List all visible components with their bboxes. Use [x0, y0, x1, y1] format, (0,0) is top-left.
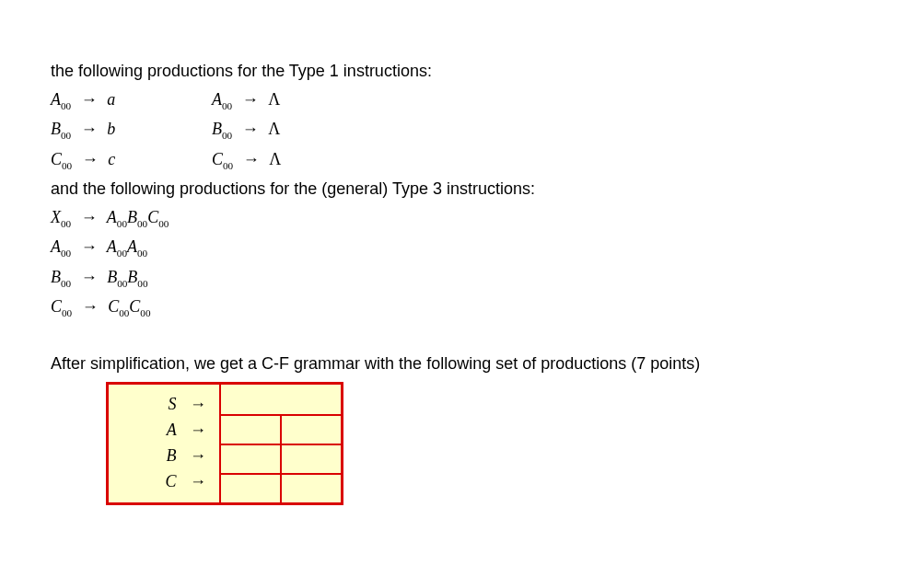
- rhs-p2: B: [127, 268, 137, 286]
- rhs-s3: 00: [158, 218, 169, 229]
- lhs-sub: 00: [61, 100, 71, 111]
- prod2-row-1: X00 → A00B00C00: [51, 205, 919, 231]
- arrow-icon: →: [76, 120, 103, 138]
- answer-A: A: [167, 421, 177, 439]
- arrow-icon: →: [180, 421, 206, 439]
- rhs-s1: 00: [117, 277, 127, 288]
- arrow-icon: →: [180, 472, 206, 490]
- rhs-s1: 00: [119, 307, 129, 318]
- lhs-sym: B: [212, 120, 222, 138]
- rhs-lambda: Λ: [268, 120, 280, 138]
- arrow-icon: →: [76, 297, 104, 316]
- rhs-p1: A: [107, 208, 117, 226]
- lhs-sym: C: [212, 150, 223, 168]
- answer-box: S → A → B → C →: [106, 382, 343, 505]
- prod2-row-4: C00 → C00C00: [51, 294, 919, 320]
- text-intro-type1: the following productions for the Type 1…: [51, 59, 919, 84]
- lhs-sub: 00: [62, 307, 72, 318]
- answer-blank-S[interactable]: [221, 385, 341, 415]
- rhs-lambda: Λ: [269, 150, 281, 168]
- answer-blank-B-2[interactable]: [280, 445, 341, 473]
- rhs-s2: 00: [137, 218, 147, 229]
- lhs-sub: 00: [62, 159, 72, 170]
- rhs-p1: B: [107, 268, 117, 286]
- rhs-s2: 00: [140, 307, 150, 318]
- rhs: b: [107, 120, 115, 138]
- arrow-icon: →: [180, 395, 206, 413]
- prod2-row-3: B00 → B00B00: [51, 265, 919, 291]
- answer-B: B: [167, 446, 177, 465]
- lhs-sub: 00: [61, 218, 71, 229]
- prod2-row-2: A00 → A00A00: [51, 235, 919, 260]
- lhs-sub: 00: [61, 130, 71, 141]
- lhs-sub: 00: [61, 248, 71, 259]
- lhs-sub: 00: [222, 130, 232, 141]
- rhs-p1: C: [108, 297, 119, 316]
- arrow-icon: →: [237, 90, 264, 109]
- lhs-sym: A: [51, 90, 61, 109]
- lhs-sym: A: [51, 237, 61, 256]
- answer-blank-A-2[interactable]: [280, 416, 341, 444]
- answer-blank-C-2[interactable]: [280, 475, 341, 502]
- lhs-sub: 00: [222, 100, 232, 111]
- lhs-sym: A: [212, 90, 222, 109]
- rhs-p2: B: [127, 208, 137, 226]
- lhs-sym: B: [51, 120, 61, 138]
- rhs: a: [107, 90, 115, 109]
- arrow-icon: →: [76, 150, 104, 168]
- lhs-sym: C: [51, 150, 62, 168]
- answer-blank-B-1[interactable]: [221, 445, 280, 473]
- lhs-sub: 00: [223, 159, 233, 170]
- prod-row-1: A00 → a A00 → Λ: [51, 87, 919, 113]
- lhs-sym: B: [51, 268, 61, 286]
- rhs-s1: 00: [117, 218, 127, 229]
- prod-row-3: C00 → c C00 → Λ: [51, 147, 919, 173]
- text-simplification: After simplification, we get a C-F gramm…: [51, 352, 919, 376]
- answer-right-col: [221, 385, 341, 502]
- arrow-icon: →: [238, 150, 265, 168]
- arrow-icon: →: [76, 90, 103, 109]
- rhs: c: [108, 150, 115, 168]
- lhs-sym: C: [51, 297, 62, 316]
- answer-blank-C-1[interactable]: [221, 475, 280, 502]
- text-intro-type3: and the following productions for the (g…: [51, 177, 919, 202]
- rhs-s2: 00: [137, 248, 147, 259]
- rhs-p3: C: [147, 208, 158, 226]
- arrow-icon: →: [76, 268, 103, 286]
- answer-left-col: S → A → B → C →: [109, 385, 221, 502]
- lhs-sym: X: [51, 208, 61, 226]
- answer-C: C: [165, 472, 176, 490]
- lhs-sub: 00: [61, 277, 71, 288]
- arrow-icon: →: [180, 446, 206, 465]
- rhs-p2: A: [127, 237, 137, 256]
- arrow-icon: →: [237, 120, 264, 138]
- rhs-s1: 00: [117, 248, 127, 259]
- rhs-lambda: Λ: [268, 90, 280, 109]
- arrow-icon: →: [76, 237, 103, 256]
- arrow-icon: →: [76, 208, 103, 226]
- rhs-p2: C: [129, 297, 140, 316]
- prod-row-2: B00 → b B00 → Λ: [51, 117, 919, 143]
- answer-S: S: [169, 395, 177, 413]
- rhs-p1: A: [107, 237, 117, 256]
- answer-blank-A-1[interactable]: [221, 416, 280, 444]
- rhs-s2: 00: [137, 277, 147, 288]
